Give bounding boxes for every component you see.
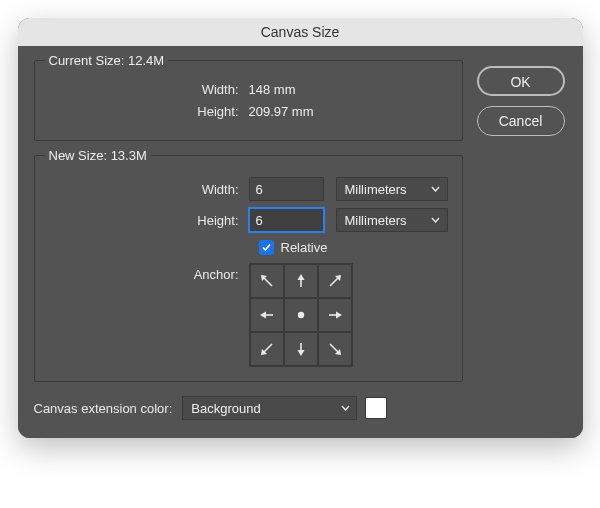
current-height-row: Height: 209.97 mm <box>49 104 448 119</box>
side-column: OK Cancel <box>477 60 567 420</box>
new-height-input[interactable] <box>249 208 324 232</box>
chevron-down-icon <box>431 184 441 194</box>
anchor-top[interactable] <box>284 264 318 298</box>
extension-color-select[interactable]: Background <box>182 396 357 420</box>
current-width-label: Width: <box>49 82 249 97</box>
ok-button[interactable]: OK <box>477 66 565 96</box>
new-width-label: Width: <box>49 182 249 197</box>
chevron-down-icon <box>340 403 350 413</box>
extension-color-row: Canvas extension color: Background <box>34 396 463 420</box>
cancel-button[interactable]: Cancel <box>477 106 565 136</box>
anchor-label: Anchor: <box>49 263 249 367</box>
anchor-grid <box>249 263 353 367</box>
window-titlebar: Canvas Size <box>18 18 583 46</box>
anchor-bottom-right[interactable] <box>318 332 352 366</box>
svg-marker-3 <box>297 274 304 280</box>
new-width-units-select[interactable]: Millimeters <box>336 177 448 201</box>
relative-checkbox[interactable] <box>259 240 274 255</box>
new-height-units-value: Millimeters <box>345 213 407 228</box>
new-size-title: New Size: 13.3M <box>45 148 151 163</box>
new-height-label: Height: <box>49 213 249 228</box>
anchor-left[interactable] <box>250 298 284 332</box>
new-height-row: Height: Millimeters <box>49 208 448 232</box>
current-size-title: Current Size: 12.4M <box>45 53 169 68</box>
current-height-value: 209.97 mm <box>249 104 314 119</box>
new-width-input[interactable] <box>249 177 324 201</box>
current-width-value: 148 mm <box>249 82 296 97</box>
extension-color-swatch[interactable] <box>365 397 387 419</box>
anchor-right[interactable] <box>318 298 352 332</box>
dialog-content: Current Size: 12.4M Width: 148 mm Height… <box>18 46 583 438</box>
current-size-group: Current Size: 12.4M Width: 148 mm Height… <box>34 60 463 141</box>
chevron-down-icon <box>431 215 441 225</box>
current-height-label: Height: <box>49 104 249 119</box>
window-title: Canvas Size <box>261 24 340 40</box>
canvas-size-dialog: Canvas Size Current Size: 12.4M Width: 1… <box>18 18 583 438</box>
relative-row: Relative <box>259 240 448 255</box>
svg-marker-7 <box>260 312 266 319</box>
svg-marker-14 <box>297 350 304 356</box>
anchor-center[interactable] <box>284 298 318 332</box>
new-width-row: Width: Millimeters <box>49 177 448 201</box>
anchor-row: Anchor: <box>49 263 448 367</box>
anchor-top-right[interactable] <box>318 264 352 298</box>
svg-marker-10 <box>336 312 342 319</box>
anchor-bottom[interactable] <box>284 332 318 366</box>
extension-color-value: Background <box>191 401 260 416</box>
svg-point-8 <box>297 312 303 318</box>
main-column: Current Size: 12.4M Width: 148 mm Height… <box>34 60 463 420</box>
current-width-row: Width: 148 mm <box>49 82 448 97</box>
new-size-group: New Size: 13.3M Width: Millimeters Heigh… <box>34 155 463 382</box>
new-width-units-value: Millimeters <box>345 182 407 197</box>
anchor-bottom-left[interactable] <box>250 332 284 366</box>
relative-label: Relative <box>281 240 328 255</box>
anchor-top-left[interactable] <box>250 264 284 298</box>
extension-color-label: Canvas extension color: <box>34 401 173 416</box>
new-height-units-select[interactable]: Millimeters <box>336 208 448 232</box>
